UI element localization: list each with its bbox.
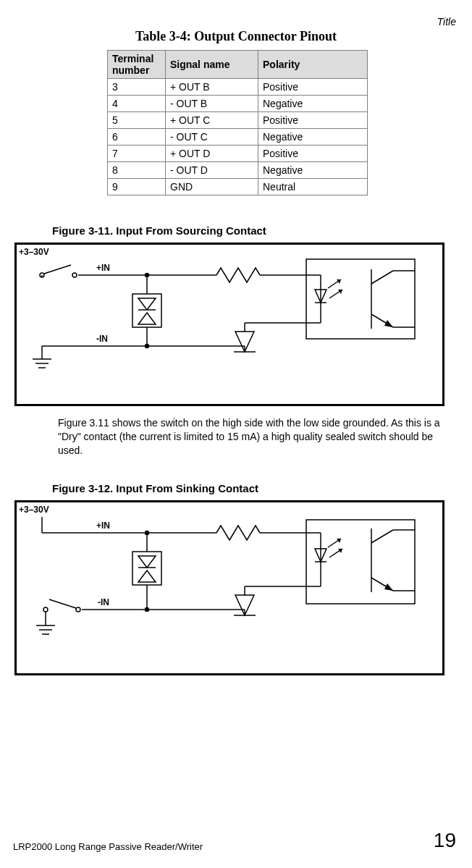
table-row: 5 + OUT C Positive [108, 112, 368, 129]
table-row: 6 - OUT C Negative [108, 129, 368, 146]
in-neg-label: -IN [96, 334, 108, 344]
svg-line-78 [371, 530, 393, 543]
svg-point-2 [72, 273, 77, 277]
svg-point-52 [76, 607, 80, 612]
figure-3-12-svg: +3–30V +IN -IN [17, 502, 442, 673]
page-footer: LRP2000 Long Range Passive Reader/Writer… [13, 829, 456, 852]
in-pos-label: +IN [96, 263, 110, 273]
svg-line-37 [371, 271, 393, 284]
table-row: 7 + OUT D Positive [108, 146, 368, 162]
table-row: 3 + OUT B Positive [108, 79, 368, 96]
table-row: 4 - OUT B Negative [108, 96, 368, 112]
svg-point-54 [43, 607, 48, 612]
figure-3-11-diagram: +3–30V +IN -IN [14, 243, 444, 406]
svg-marker-39 [384, 320, 393, 327]
col-polarity: Polarity [258, 51, 368, 79]
table-row: 8 - OUT D Negative [108, 162, 368, 179]
footer-doc-title: LRP2000 Long Range Passive Reader/Writer [13, 841, 203, 852]
figure-3-12-diagram: +3–30V +IN -IN [14, 500, 444, 675]
supply-label-2: +3–30V [19, 505, 49, 515]
running-header: Title [437, 16, 456, 28]
in-neg-label-2: -IN [98, 597, 109, 607]
svg-marker-80 [384, 583, 393, 591]
figure-3-11-svg: +3–30V +IN -IN [17, 245, 442, 404]
svg-line-53 [49, 599, 76, 608]
svg-line-1 [44, 265, 71, 274]
in-pos-label-2: +IN [96, 521, 110, 531]
col-signal: Signal name [166, 51, 258, 79]
paragraph-1: Figure 3.11 shows the switch on the high… [58, 416, 446, 458]
footer-page-number: 19 [434, 829, 456, 852]
table-header-row: Terminal number Signal name Polarity [108, 51, 368, 79]
figure-3-12-caption: Figure 3-12. Input From Sinking Contact [52, 482, 459, 494]
pinout-table: Terminal number Signal name Polarity 3 +… [107, 50, 368, 195]
table-caption: Table 3-4: Output Connector Pinout [13, 29, 459, 44]
supply-label: +3–30V [19, 247, 49, 257]
table-row: 9 GND Neutral [108, 179, 368, 195]
figure-3-11-caption: Figure 3-11. Input From Sourcing Contact [52, 224, 459, 237]
col-terminal: Terminal number [108, 51, 166, 79]
